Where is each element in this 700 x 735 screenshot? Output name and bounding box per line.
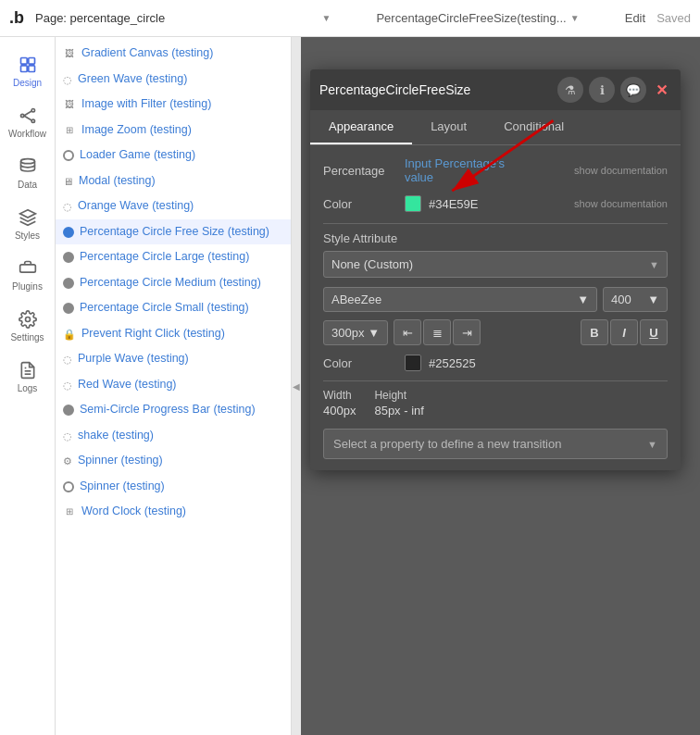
align-left-button[interactable]: ⇤ xyxy=(394,319,421,345)
width-value: 400px xyxy=(323,404,356,417)
grid-icon: ⊞ xyxy=(63,124,76,137)
edit-label[interactable]: Edit xyxy=(625,11,645,25)
sidebar-logs-label: Logs xyxy=(18,383,38,393)
modal-header-icons: ⚗ ℹ 💬 ✕ xyxy=(557,77,671,103)
width-item: Width 400px xyxy=(323,389,356,417)
close-button[interactable]: ✕ xyxy=(652,80,671,101)
property-panel: PercentageCircleFreeSize ⚗ ℹ 💬 ✕ Appear xyxy=(310,69,681,470)
sidebar-styles-label: Styles xyxy=(15,230,40,241)
color-doc[interactable]: show documentation xyxy=(574,198,668,209)
list-item[interactable]: Semi-Circle Progress Bar (testing) xyxy=(56,397,291,423)
chat-button[interactable]: 💬 xyxy=(620,77,646,103)
list-item[interactable]: 🖥 Modal (testing) xyxy=(56,168,291,194)
center-title-area[interactable]: PercentageCircleFreeSize(testing... ▼ xyxy=(338,11,617,25)
color-swatch[interactable] xyxy=(405,195,421,212)
svg-point-5 xyxy=(31,109,34,112)
sidebar-item-data[interactable]: Data xyxy=(0,148,56,199)
text-color-label: Color xyxy=(323,356,397,370)
right-panel: PercentageCircleFreeSize ⚗ ℹ 💬 ✕ Appear xyxy=(301,37,700,735)
percentage-row: Percentage Input Percentage's value show… xyxy=(323,156,668,184)
list-item-label: Green Wave (testing) xyxy=(78,71,187,88)
list-item[interactable]: Loader Game (testing) xyxy=(56,143,291,168)
list-item[interactable]: ◌ Green Wave (testing) xyxy=(56,67,291,93)
sidebar-item-logs[interactable]: Logs xyxy=(0,352,56,403)
chat-icon: 💬 xyxy=(626,83,641,97)
circle-icon xyxy=(63,481,74,492)
wifi-icon: ◌ xyxy=(63,379,72,392)
text-color-row: Color #252525 xyxy=(323,355,668,371)
list-item-label: Percentage Circle Small (testing) xyxy=(80,300,249,317)
transition-select[interactable]: Select a property to define a new transi… xyxy=(323,429,668,459)
page-dropdown-arrow[interactable]: ▼ xyxy=(321,13,331,23)
transition-arrow: ▼ xyxy=(647,439,657,450)
collapse-handle[interactable]: ◀ xyxy=(292,37,301,735)
sidebar-item-settings[interactable]: Settings xyxy=(0,301,56,352)
list-item[interactable]: 🖼 Image with Filter (testing) xyxy=(56,92,291,118)
divider2 xyxy=(323,380,668,381)
test-button[interactable]: ⚗ xyxy=(557,77,583,103)
list-item-label: Purple Wave (testing) xyxy=(78,351,189,368)
height-label: Height xyxy=(374,389,423,402)
sidebar-item-design[interactable]: Design xyxy=(0,46,56,97)
sidebar-item-plugins[interactable]: Plugins xyxy=(0,250,56,301)
percentage-value[interactable]: Input Percentage's value xyxy=(405,156,532,184)
style-attribute-select[interactable]: None (Custom) ▼ xyxy=(323,251,668,278)
style-attribute-value: None (Custom) xyxy=(331,257,649,271)
width-label: Width xyxy=(323,389,356,402)
font-family-select[interactable]: ABeeZee ▼ xyxy=(323,287,597,312)
list-item-active[interactable]: Percentage Circle Free Size (testing) xyxy=(56,219,291,245)
info-icon: ℹ xyxy=(600,83,605,97)
style-attribute-section: Style Attribute None (Custom) ▼ xyxy=(323,231,668,278)
text-color-swatch[interactable] xyxy=(405,355,421,371)
circle-filled-icon xyxy=(63,252,74,263)
list-item[interactable]: Percentage Circle Medium (testing) xyxy=(56,270,291,296)
svg-point-9 xyxy=(20,159,34,164)
align-right-button[interactable]: ⇥ xyxy=(453,319,481,345)
list-item[interactable]: ⊞ Image Zoom (testing) xyxy=(56,118,291,143)
sidebar-item-workflow[interactable]: Workflow xyxy=(0,97,56,148)
svg-line-8 xyxy=(23,116,31,120)
percentage-doc[interactable]: show documentation xyxy=(540,165,668,176)
list-item-label: Orange Wave (testing) xyxy=(78,198,194,215)
center-title: PercentageCircleFreeSize(testing... xyxy=(376,11,566,25)
tab-conditional[interactable]: Conditional xyxy=(485,110,582,144)
list-item[interactable]: Percentage Circle Small (testing) xyxy=(56,295,291,321)
list-item-label: Percentage Circle Free Size (testing) xyxy=(80,224,269,241)
image-icon: 🖼 xyxy=(63,98,76,111)
list-item[interactable]: ⚙ Spinner (testing) xyxy=(56,448,291,474)
bold-button[interactable]: B xyxy=(581,319,608,345)
list-item-label: Prevent Right Click (testing) xyxy=(81,326,225,343)
text-style-buttons: B I U xyxy=(581,319,668,345)
italic-button[interactable]: I xyxy=(610,319,638,345)
list-item[interactable]: 🖼 Gradient Canvas (testing) xyxy=(56,41,291,67)
size-align-row: 300px ▼ ⇤ ≣ ⇥ B I U xyxy=(323,319,668,345)
svg-rect-1 xyxy=(28,58,34,65)
tab-layout[interactable]: Layout xyxy=(412,110,485,144)
page-label[interactable]: Page: percentage_circle xyxy=(35,11,314,25)
tab-appearance[interactable]: Appearance xyxy=(310,110,412,144)
font-family-arrow: ▼ xyxy=(577,293,589,306)
list-item[interactable]: ⊞ Word Clock (testing) xyxy=(56,499,291,525)
info-button[interactable]: ℹ xyxy=(589,77,615,103)
list-item[interactable]: Spinner (testing) xyxy=(56,474,291,500)
color-hex-value: #34E59E xyxy=(429,197,479,211)
list-item-label: Semi-Circle Progress Bar (testing) xyxy=(80,402,256,418)
list-item-label: Modal (testing) xyxy=(79,173,156,190)
underline-button[interactable]: U xyxy=(640,319,668,345)
list-item[interactable]: Percentage Circle Large (testing) xyxy=(56,244,291,270)
logo: .b xyxy=(9,8,24,28)
center-dropdown-arrow[interactable]: ▼ xyxy=(570,13,580,23)
style-attribute-label: Style Attribute xyxy=(323,231,668,245)
list-item[interactable]: 🔒 Prevent Right Click (testing) xyxy=(56,321,291,347)
align-center-button[interactable]: ≣ xyxy=(423,319,451,345)
modal-title: PercentageCircleFreeSize xyxy=(319,82,550,97)
list-item[interactable]: ◌ Red Wave (testing) xyxy=(56,372,291,398)
modal-header: PercentageCircleFreeSize ⚗ ℹ 💬 ✕ xyxy=(310,69,681,110)
list-item[interactable]: ◌ shake (testing) xyxy=(56,423,291,449)
font-size-select[interactable]: 300px ▼ xyxy=(323,320,388,345)
font-weight-select[interactable]: 400 ▼ xyxy=(603,287,668,312)
sidebar-item-styles[interactable]: Styles xyxy=(0,199,56,250)
circle-filled-icon xyxy=(63,278,74,289)
list-item[interactable]: ◌ Orange Wave (testing) xyxy=(56,193,291,219)
list-item[interactable]: ◌ Purple Wave (testing) xyxy=(56,346,291,372)
